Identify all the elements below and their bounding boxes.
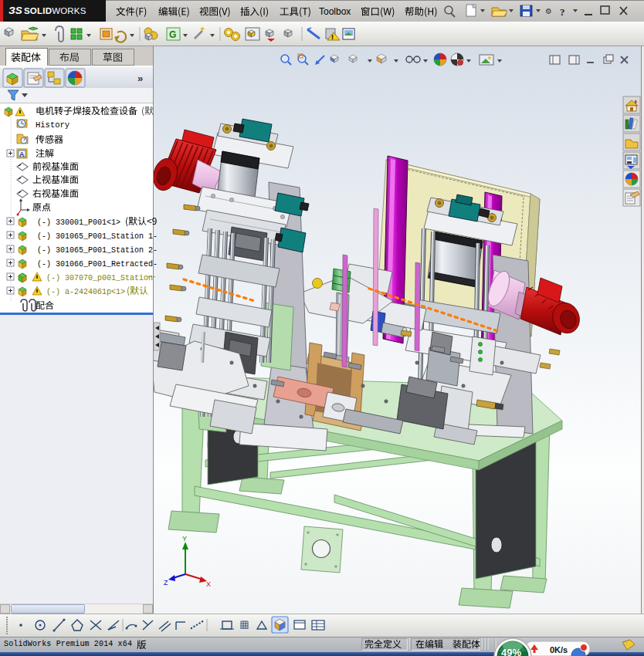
svg-text:49%: 49%	[501, 647, 521, 656]
svg-text:»: »	[137, 73, 143, 84]
svg-text:0K/s: 0K/s	[550, 645, 568, 654]
svg-text:!: !	[331, 33, 334, 41]
svg-text:G: G	[169, 29, 176, 40]
svg-text:A: A	[19, 150, 25, 158]
svg-text:✦: ✦	[199, 25, 205, 33]
svg-text:?: ?	[560, 6, 565, 18]
svg-text:⚙: ⚙	[545, 7, 552, 15]
